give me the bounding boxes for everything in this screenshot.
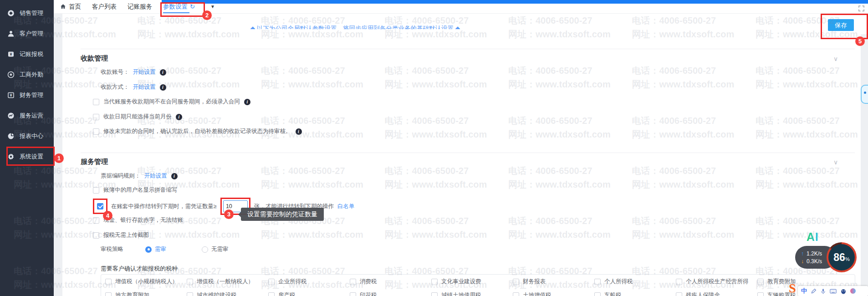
tax-label: 增值税（一般纳税人）: [197, 278, 254, 286]
tax-checkbox-item[interactable]: 文化事业建设费: [431, 278, 513, 286]
sidebar-item[interactable]: 系统设置: [0, 146, 54, 167]
nav-tab[interactable]: 首页: [60, 0, 81, 13]
tax-checkbox-item[interactable]: 房产税: [268, 291, 350, 296]
checkbox-icon[interactable]: [187, 279, 193, 285]
start-setup-link[interactable]: 开始设置: [133, 68, 156, 76]
save-button[interactable]: 保存: [828, 19, 854, 31]
collapse-chevron-icon[interactable]: ∨: [833, 158, 838, 166]
refresh-icon[interactable]: ↻: [190, 4, 195, 10]
section-title-service: 服务管理: [81, 158, 108, 166]
checkbox-icon[interactable]: [93, 99, 99, 105]
checkbox-icon[interactable]: [431, 292, 438, 296]
sogou-logo-icon[interactable]: S: [789, 282, 796, 295]
sidebar-item[interactable]: 服务运营: [0, 105, 54, 126]
ime-toolbar: 中: [798, 286, 868, 296]
radio-icon[interactable]: [145, 246, 152, 253]
gear-icon: [7, 153, 15, 160]
sidebar-item[interactable]: 销售管理: [0, 3, 54, 23]
step-badge-4: 4: [103, 211, 112, 220]
battery-ring-widget[interactable]: 86 %: [827, 242, 857, 272]
ai-label[interactable]: AI: [807, 230, 819, 244]
checkbox-icon[interactable]: [513, 279, 519, 285]
tax-checkbox-item[interactable]: 增值税（小规模纳税人）: [105, 278, 187, 286]
tax-checkbox-item[interactable]: 消费税: [350, 278, 431, 286]
info-icon[interactable]: [244, 99, 250, 105]
checkbox-icon[interactable]: [594, 292, 601, 296]
checkbox-icon[interactable]: [93, 217, 99, 224]
top-accent-bar: [162, 0, 868, 4]
assistant-robot-icon[interactable]: [861, 85, 868, 104]
checkbox-icon[interactable]: [594, 279, 601, 285]
info-icon[interactable]: [296, 128, 302, 135]
radio-option-need-audit[interactable]: 需审: [145, 245, 166, 253]
sidebar: 销售管理 客户管理 ¥ 记账报税 工商外勤 ¥ 财务管理 服务运营 报表中心 系…: [0, 0, 54, 296]
checkbox-icon[interactable]: [676, 279, 682, 285]
emoji-icon[interactable]: [850, 288, 856, 294]
tax-checkbox-item[interactable]: 印花税: [350, 291, 431, 296]
nav-tab[interactable]: 客户列表: [92, 0, 117, 13]
info-icon[interactable]: [160, 69, 166, 76]
tax-checkbox-item[interactable]: 教育费附加: [757, 278, 839, 286]
tab-dropdown-caret-icon[interactable]: ▼: [210, 4, 215, 9]
checkbox-icon[interactable]: [105, 292, 112, 296]
tax-checkbox-item[interactable]: 财务报表: [513, 278, 594, 286]
ime-language-toggle[interactable]: 中: [801, 287, 807, 295]
tax-checkbox-item[interactable]: 车船税: [594, 291, 676, 296]
pen-icon[interactable]: [811, 288, 817, 294]
tax-checkbox-item[interactable]: 企业所得税: [268, 278, 350, 286]
checkbox-icon[interactable]: [105, 279, 112, 285]
tax-label: 地方教育附加: [115, 291, 149, 296]
download-arrow-icon: ↓: [801, 258, 804, 265]
fullscreen-icon[interactable]: [858, 5, 865, 14]
checkbox-icon[interactable]: [350, 292, 356, 296]
checkbox-icon[interactable]: [187, 292, 193, 296]
tax-label: 增值税（小规模纳税人）: [115, 278, 178, 286]
tax-checkbox-item[interactable]: 城市维护建设税: [187, 291, 268, 296]
checkbox-icon[interactable]: [350, 279, 356, 285]
checkbox-icon[interactable]: [676, 292, 682, 296]
checkbox-icon[interactable]: [93, 114, 99, 120]
keyboard-icon[interactable]: [830, 288, 837, 294]
checkbox-icon[interactable]: [513, 292, 519, 296]
checkbox-icon[interactable]: [97, 203, 103, 209]
start-setup-link[interactable]: 开始设置: [133, 83, 156, 91]
sidebar-item[interactable]: 工商外勤: [0, 64, 54, 85]
sidebar-item[interactable]: 客户管理: [0, 23, 54, 44]
payment-method-row: 收款方式： 开始设置: [101, 83, 166, 91]
checkbox-icon[interactable]: [268, 279, 275, 285]
info-icon[interactable]: [171, 173, 178, 179]
radio-icon[interactable]: [202, 246, 208, 253]
step-badge-2: 2: [202, 10, 212, 20]
field-label: 需要客户确认才能报税的税种: [101, 265, 178, 273]
tax-label: 残疾人保障金: [686, 291, 720, 296]
tax-checkbox-item[interactable]: 增值税（一般纳税人）: [187, 278, 268, 286]
info-icon[interactable]: [160, 84, 166, 91]
sidebar-item[interactable]: 报表中心: [0, 126, 54, 146]
whitelist-link[interactable]: 白名单: [337, 203, 355, 210]
tax-checkbox-item[interactable]: 残疾人保障金: [676, 291, 757, 296]
radio-option-no-audit[interactable]: 无需审: [202, 245, 229, 253]
mascot-icon[interactable]: [840, 288, 847, 294]
checkbox-icon[interactable]: [757, 279, 764, 285]
tax-checkbox-item[interactable]: 城镇土地使用税: [431, 291, 513, 296]
start-setup-link[interactable]: 开始设置: [144, 172, 167, 180]
sidebar-item[interactable]: ¥ 财务管理: [0, 85, 54, 105]
tax-checkbox-item[interactable]: 地方教育附加: [105, 291, 187, 296]
nav-tab[interactable]: 记账服务: [128, 0, 152, 13]
reports-icon: [7, 132, 15, 140]
tax-checkbox-item[interactable]: 个人所得税: [594, 278, 676, 286]
checkbox-icon[interactable]: [757, 292, 764, 296]
checkbox-icon[interactable]: [93, 232, 99, 239]
checkbox-icon[interactable]: [431, 279, 438, 285]
checkbox-icon[interactable]: [268, 292, 275, 296]
info-icon[interactable]: [176, 114, 182, 120]
tax-checkbox-item[interactable]: 土地增值税: [513, 291, 594, 296]
tab-label: 客户列表: [92, 3, 117, 11]
collapse-chevron-icon[interactable]: ∨: [833, 55, 838, 62]
checkbox-icon[interactable]: [93, 187, 99, 194]
tax-label: 城市维护建设税: [197, 291, 237, 296]
microphone-icon[interactable]: [820, 288, 826, 294]
sidebar-item[interactable]: ¥ 记账报税: [0, 44, 54, 64]
checkbox-icon[interactable]: [93, 128, 99, 135]
tax-checkbox-item[interactable]: 个人所得税生产经营所得: [676, 278, 757, 286]
